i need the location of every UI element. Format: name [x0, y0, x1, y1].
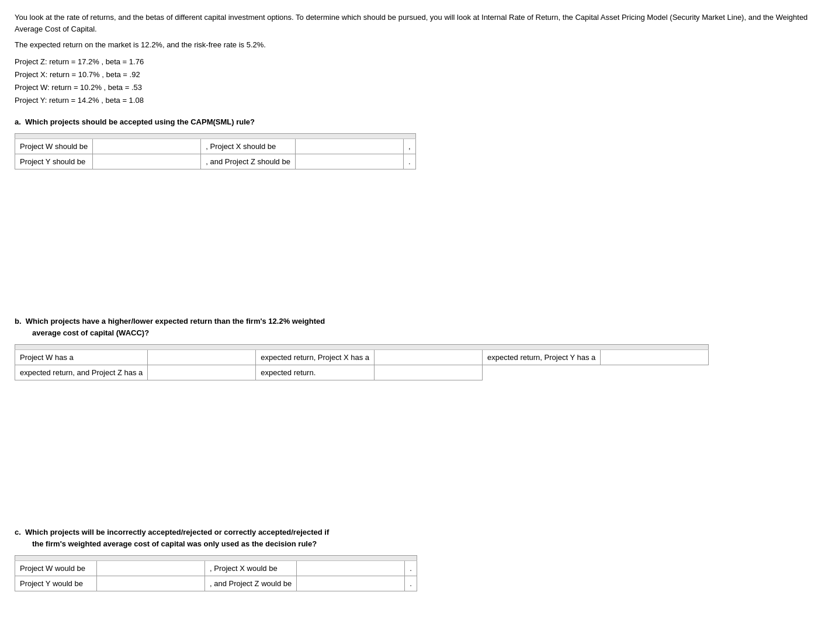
- question-a-label: a.: [15, 117, 21, 126]
- question-a-table: Project W should be , Project X should b…: [15, 133, 416, 169]
- qb-r1-label1: Project W has a: [15, 350, 148, 365]
- question-b-block: b. Which projects have a higher/lower ex…: [15, 316, 810, 380]
- qa-r1-field2[interactable]: [300, 142, 398, 151]
- qb-r1-field1[interactable]: [152, 353, 251, 362]
- table-row: Project W should be , Project X should b…: [15, 139, 416, 154]
- intro-para1: You look at the rate of returns, and the…: [15, 12, 810, 34]
- qa-r2-input1[interactable]: [93, 154, 201, 169]
- qa-r2-label1: Project Y should be: [15, 154, 93, 169]
- qb-r1-input1[interactable]: [148, 350, 256, 365]
- qa-r2-field2[interactable]: [300, 157, 398, 166]
- question-a-heading: a. Which projects should be accepted usi…: [15, 116, 810, 128]
- question-b-heading: b. Which projects have a higher/lower ex…: [15, 316, 810, 338]
- qb-r1-input2[interactable]: [375, 350, 483, 365]
- qb-r2-label2: expected return.: [256, 365, 375, 380]
- qc-r2-field2[interactable]: [301, 579, 400, 588]
- table-header-row: [15, 556, 417, 561]
- project-w: Project W: return = 10.2% , beta = .53: [15, 81, 810, 94]
- qc-r1-dot: .: [405, 561, 417, 576]
- qc-r1-field2[interactable]: [301, 564, 400, 573]
- question-b-line2: average cost of capital (WACC)?: [15, 328, 149, 337]
- question-b-label: b.: [15, 317, 22, 326]
- question-b-table: Project W has a expected return, Project…: [15, 344, 709, 380]
- qa-r1-field1[interactable]: [98, 142, 196, 151]
- qa-r1-input1[interactable]: [93, 139, 201, 154]
- qc-r2-dot: .: [405, 576, 417, 591]
- question-c-block: c. Which projects will be incorrectly ac…: [15, 527, 810, 591]
- qc-r2-input2[interactable]: [297, 576, 405, 591]
- table-row: Project Y would be , and Project Z would…: [15, 576, 417, 591]
- qc-r2-label1: Project Y would be: [15, 576, 97, 591]
- question-b-line1: Which projects have a higher/lower expec…: [26, 317, 325, 326]
- question-c-line2: the firm's weighted average cost of capi…: [15, 539, 317, 548]
- qb-r1-label2: expected return, Project X has a: [256, 350, 375, 365]
- qa-r2-label2: , and Project Z should be: [201, 154, 296, 169]
- qa-r1-label2: , Project X should be: [201, 139, 296, 154]
- qa-r2-dot: .: [403, 154, 415, 169]
- table-header-row: [15, 345, 709, 350]
- table-row: Project W has a expected return, Project…: [15, 350, 709, 365]
- table-header-row: [15, 134, 416, 139]
- qc-r1-input1[interactable]: [97, 561, 205, 576]
- project-z: Project Z: return = 17.2% , beta = 1.76: [15, 56, 810, 68]
- question-c-heading: c. Which projects will be incorrectly ac…: [15, 527, 810, 549]
- table-row: expected return, and Project Z has a exp…: [15, 365, 709, 380]
- table-row: Project W would be , Project X would be …: [15, 561, 417, 576]
- qa-r1-dot: ,: [403, 139, 415, 154]
- question-c-label: c.: [15, 528, 21, 536]
- question-c-table: Project W would be , Project X would be …: [15, 555, 417, 591]
- qb-r1-input3[interactable]: [601, 350, 709, 365]
- qa-r1-label1: Project W should be: [15, 139, 93, 154]
- qb-r1-field3[interactable]: [605, 353, 703, 362]
- project-list: Project Z: return = 17.2% , beta = 1.76 …: [15, 56, 810, 107]
- qa-r2-field1[interactable]: [98, 157, 196, 166]
- question-a-text: Which projects should be accepted using …: [25, 117, 255, 126]
- qb-r2-label1: expected return, and Project Z has a: [15, 365, 148, 380]
- qc-r1-label1: Project W would be: [15, 561, 97, 576]
- qa-r2-input2[interactable]: [295, 154, 403, 169]
- qc-r2-field1[interactable]: [102, 579, 200, 588]
- table-row: Project Y should be , and Project Z shou…: [15, 154, 416, 169]
- qa-r1-input2[interactable]: [295, 139, 403, 154]
- project-x: Project X: return = 10.7% , beta = .92: [15, 68, 810, 81]
- qc-r2-input1[interactable]: [97, 576, 205, 591]
- project-y: Project Y: return = 14.2% , beta = 1.08: [15, 94, 810, 107]
- qc-r1-input2[interactable]: [297, 561, 405, 576]
- qc-r2-label2: , and Project Z would be: [205, 576, 297, 591]
- qc-r1-label2: , Project X would be: [205, 561, 297, 576]
- qb-r2-field1[interactable]: [152, 368, 251, 377]
- question-a-block: a. Which projects should be accepted usi…: [15, 116, 810, 170]
- qc-r1-field1[interactable]: [102, 564, 200, 573]
- question-c-line1: Which projects will be incorrectly accep…: [25, 528, 329, 536]
- intro-para2: The expected return on the market is 12.…: [15, 39, 810, 51]
- qb-r1-label3: expected return, Project Y has a: [483, 350, 601, 365]
- qb-r1-field2[interactable]: [379, 353, 477, 362]
- qb-r2-input1[interactable]: [148, 365, 256, 380]
